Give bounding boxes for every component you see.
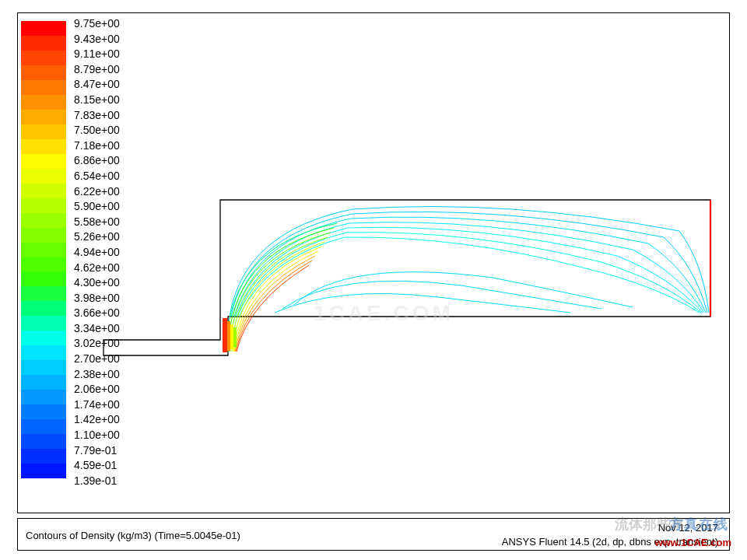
color-segment: [21, 124, 66, 139]
legend-value: 9.75e+00: [74, 16, 120, 32]
color-segment: [21, 198, 66, 213]
color-segment: [21, 80, 66, 95]
color-segment: [21, 169, 66, 184]
color-segment: [21, 228, 66, 243]
hot-step-face: [223, 318, 227, 352]
corner-fan: [226, 223, 337, 352]
plot-title: Contours of Density (kg/m3) (Time=5.0045…: [26, 530, 240, 541]
legend-value: 4.59e-01: [74, 458, 120, 474]
color-segment: [21, 464, 66, 478]
color-segment: [21, 375, 66, 390]
legend-value: 8.47e+00: [74, 77, 120, 93]
legend-value: 8.79e+00: [74, 62, 120, 78]
color-segment: [21, 243, 66, 257]
legend-value: 2.06e+00: [74, 382, 120, 397]
watermark-url: www.1CAE.com: [655, 537, 731, 548]
color-segment: [21, 316, 66, 331]
hot-step-face-2: [227, 321, 230, 351]
color-segment: [21, 139, 66, 154]
color-segment: [21, 331, 66, 345]
color-segment: [21, 21, 66, 36]
color-segment: [21, 154, 66, 169]
color-segment: [21, 51, 66, 65]
color-legend-bar: [21, 21, 66, 478]
legend-value: 1.74e+00: [74, 397, 120, 413]
legend-value: 6.54e+00: [74, 169, 120, 184]
color-segment: [21, 419, 66, 434]
color-segment: [21, 95, 66, 110]
legend-value: 7.79e-01: [74, 443, 120, 459]
color-segment: [21, 110, 66, 124]
color-segment: [21, 184, 66, 198]
shock-arcs: [230, 207, 709, 317]
legend-value: 9.11e+00: [74, 47, 120, 62]
legend-value: 7.50e+00: [74, 123, 120, 138]
legend-value: 7.18e+00: [74, 138, 120, 154]
color-segment: [21, 345, 66, 360]
color-segment: [21, 434, 66, 449]
color-segment: [21, 286, 66, 301]
color-segment: [21, 404, 66, 419]
contour-svg: [103, 192, 710, 355]
plot-area: 9.75e+009.43e+009.11e+008.79e+008.47e+00…: [17, 12, 730, 513]
color-segment: [21, 213, 66, 228]
color-segment: [21, 390, 66, 404]
color-segment: [21, 449, 66, 464]
inner-lobes: [275, 272, 633, 313]
legend-value: 1.10e+00: [74, 428, 120, 443]
legend-value: 1.42e+00: [74, 412, 120, 428]
watermark-cn1: 方真在线: [669, 515, 728, 534]
legend-value: 2.38e+00: [74, 367, 120, 383]
legend-value: 8.15e+00: [74, 93, 120, 108]
color-segment: [21, 65, 66, 80]
color-segment: [21, 257, 66, 272]
hot-step-face-3: [230, 324, 233, 349]
legend-value: 1.39e-01: [74, 474, 120, 489]
contour-region: [103, 192, 710, 355]
color-segment: [21, 36, 66, 51]
color-segment: [21, 360, 66, 375]
legend-value: 7.83e+00: [74, 108, 120, 124]
app-frame: 9.75e+009.43e+009.11e+008.79e+008.47e+00…: [0, 0, 747, 560]
legend-value: 9.43e+00: [74, 32, 120, 47]
color-segment: [21, 271, 66, 286]
hot-step-face-4: [233, 327, 237, 348]
legend-value: 6.86e+00: [74, 153, 120, 169]
color-segment: [21, 301, 66, 316]
